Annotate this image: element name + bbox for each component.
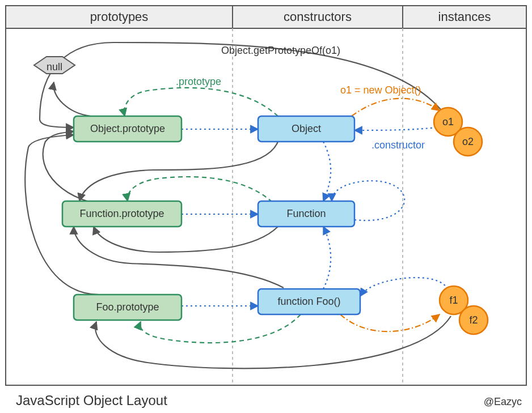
- edge-functionproto-to-objectproto: [43, 131, 119, 207]
- node-function-prototype: Function.prototype: [62, 201, 181, 227]
- edge-constructor-o1: [354, 127, 437, 130]
- edge-constructor-f1: [360, 278, 448, 296]
- edge-function-to-functionproto: [94, 227, 278, 252]
- node-o2: o2: [454, 127, 482, 156]
- node-function: Function: [258, 201, 354, 227]
- svg-text:Object.prototype: Object.prototype: [90, 123, 165, 134]
- label-new-object: o1 = new Object(): [340, 84, 421, 96]
- footer-title: JavaScript Object Layout: [16, 393, 167, 408]
- label-constructor-prop: .constructor: [371, 139, 425, 151]
- label-prototype-prop: .prototype: [176, 76, 221, 87]
- edge-foo-to-functionproto: [74, 227, 284, 288]
- svg-text:o2: o2: [462, 136, 474, 147]
- col-header-instances: instances: [438, 10, 491, 24]
- footer-credit: @Eazyc: [484, 396, 522, 407]
- edge-new-foo-f1: [340, 314, 440, 331]
- edge-new-object-o1: [352, 99, 440, 116]
- node-foo-prototype: Foo.prototype: [74, 295, 181, 320]
- edge-objectproto-to-null: [53, 82, 91, 116]
- edge-constructor-foo-to-function: [323, 227, 331, 289]
- node-null: null: [34, 57, 75, 74]
- svg-text:Function.prototype: Function.prototype: [79, 208, 164, 219]
- svg-text:Foo.prototype: Foo.prototype: [96, 301, 159, 313]
- edge-object-to-functionproto: [79, 142, 278, 201]
- svg-text:f1: f1: [449, 295, 458, 306]
- edge-constructor-object-to-function: [323, 142, 331, 201]
- svg-text:null: null: [47, 61, 62, 73]
- svg-text:Function: Function: [286, 208, 326, 219]
- node-f2: f2: [459, 306, 488, 334]
- label-getprototypeof: Object.getPrototypeOf(o1): [221, 45, 340, 56]
- edge-prototype-object: [124, 88, 278, 116]
- svg-text:function Foo(): function Foo(): [277, 296, 340, 307]
- edge-prototype-function: [128, 177, 272, 202]
- outer-frame: [6, 6, 526, 385]
- col-header-constructors: constructors: [284, 10, 352, 24]
- node-object-prototype: Object.prototype: [74, 116, 181, 142]
- node-function-foo: function Foo(): [258, 289, 360, 314]
- edge-f1-to-fooproto: [95, 316, 451, 368]
- col-header-prototypes: prototypes: [90, 10, 149, 24]
- svg-text:f2: f2: [469, 314, 478, 326]
- svg-text:o1: o1: [442, 116, 454, 127]
- node-object: Object: [258, 116, 354, 142]
- diagram-canvas: prototypes constructors instances: [0, 0, 532, 413]
- svg-text:Object: Object: [292, 123, 321, 134]
